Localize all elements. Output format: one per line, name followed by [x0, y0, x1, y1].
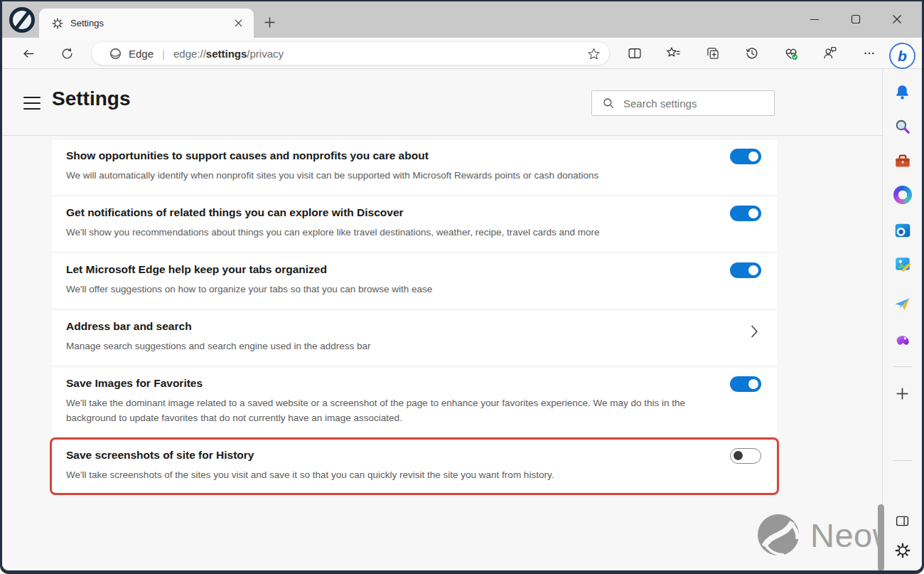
microsoft-365-icon[interactable]: [892, 184, 913, 206]
neowin-logo-icon: [756, 512, 801, 558]
setting-description: We'll show you recommendations about thi…: [66, 225, 713, 240]
search-settings-input[interactable]: [623, 97, 758, 110]
setting-row-discover: Get notifications of related things you …: [52, 197, 777, 251]
browser-toolbar: Edge | edge://settings/privacy: [2, 38, 922, 69]
sidebar-settings-gear-icon[interactable]: [892, 540, 913, 561]
setting-description: Manage search suggestions and search eng…: [66, 339, 713, 354]
toggle-switch-off[interactable]: [730, 448, 761, 464]
url-text[interactable]: edge://settings/privacy: [173, 48, 284, 60]
setting-title: Save Images for Favorites: [66, 377, 713, 390]
page-title: Settings: [52, 87, 130, 110]
sidebar-divider: [893, 460, 913, 461]
site-label: Edge: [129, 48, 154, 60]
tab-settings[interactable]: Settings: [39, 9, 254, 38]
setting-row-nonprofits: Show opportunities to support causes and…: [52, 140, 777, 194]
more-menu-icon[interactable]: [849, 41, 888, 65]
search-icon: [602, 97, 615, 110]
address-bar[interactable]: Edge | edge://settings/privacy: [91, 41, 610, 65]
neowin-logo-icon: [9, 7, 35, 33]
scrollbar-thumb[interactable]: [878, 504, 884, 570]
sidebar-divider: [893, 366, 913, 367]
search-settings-box[interactable]: [591, 90, 775, 116]
edge-site-icon: [109, 47, 122, 60]
new-tab-button[interactable]: [259, 12, 279, 32]
setting-row-address-bar-search[interactable]: Address bar and search Manage search sug…: [52, 311, 777, 365]
setting-description: We will automatically identify when nonp…: [66, 169, 713, 184]
browser-essentials-icon[interactable]: [771, 41, 810, 65]
add-sidebar-item-icon[interactable]: [892, 383, 913, 404]
setting-title: Let Microsoft Edge help keep your tabs o…: [66, 263, 713, 276]
tab-close-icon[interactable]: [231, 16, 245, 31]
notifications-icon[interactable]: [892, 81, 913, 102]
tab-bar: Settings: [2, 1, 922, 38]
settings-header: Settings: [2, 69, 886, 136]
designer-icon[interactable]: [892, 253, 913, 275]
outlook-icon[interactable]: [892, 220, 913, 241]
menu-hamburger-icon[interactable]: [23, 97, 41, 110]
chevron-right-icon[interactable]: [751, 325, 758, 338]
minimize-button[interactable]: [794, 9, 835, 30]
window-controls: [794, 9, 918, 30]
search-icon[interactable]: [892, 115, 913, 137]
edge-sidebar: [882, 69, 922, 570]
copilot-icon[interactable]: b: [889, 43, 915, 69]
tools-icon[interactable]: [892, 151, 913, 172]
setting-title: Address bar and search: [66, 320, 713, 333]
toggle-switch-on[interactable]: [730, 149, 761, 164]
setting-title: Show opportunities to support causes and…: [66, 149, 713, 162]
browser-window: Settings: [0, 0, 924, 574]
toggle-switch-on[interactable]: [730, 376, 761, 392]
url-separator: |: [162, 48, 165, 60]
back-button[interactable]: [18, 43, 39, 64]
split-screen-icon[interactable]: [615, 41, 654, 65]
maximize-button[interactable]: [835, 9, 876, 30]
settings-rows: Show opportunities to support causes and…: [52, 140, 777, 496]
history-icon[interactable]: [732, 41, 771, 65]
favorites-icon[interactable]: [654, 41, 693, 65]
refresh-button[interactable]: [56, 43, 77, 64]
toggle-switch-on[interactable]: [730, 262, 761, 278]
setting-description: We'll take the dominant image related to…: [66, 396, 713, 426]
setting-description: We'll offer suggestions on how to organi…: [66, 282, 713, 297]
close-button[interactable]: [876, 9, 918, 30]
setting-title: Save screenshots of site for History: [66, 449, 713, 462]
setting-row-save-images-favorites: Save Images for Favorites We'll take the…: [52, 368, 777, 437]
gear-icon: [52, 18, 63, 29]
toolbar-icons: [615, 38, 888, 68]
setting-description: We'll take screenshots of the sites you …: [66, 468, 713, 483]
setting-title: Get notifications of related things you …: [66, 206, 713, 219]
setting-row-save-screenshots-history: Save screenshots of site for History We'…: [52, 440, 777, 494]
settings-page: Settings Show opportunities to support c…: [2, 69, 886, 570]
toggle-sidebar-icon[interactable]: [892, 510, 913, 531]
setting-row-tabs-organized: Let Microsoft Edge help keep your tabs o…: [52, 254, 777, 308]
drop-icon[interactable]: [892, 294, 913, 315]
collections-icon[interactable]: [693, 41, 732, 65]
tab-title: Settings: [70, 18, 231, 28]
toggle-switch-on[interactable]: [730, 206, 761, 221]
games-icon[interactable]: [892, 329, 913, 351]
feedback-icon[interactable]: [810, 41, 849, 65]
favorite-star-icon[interactable]: [587, 47, 601, 60]
